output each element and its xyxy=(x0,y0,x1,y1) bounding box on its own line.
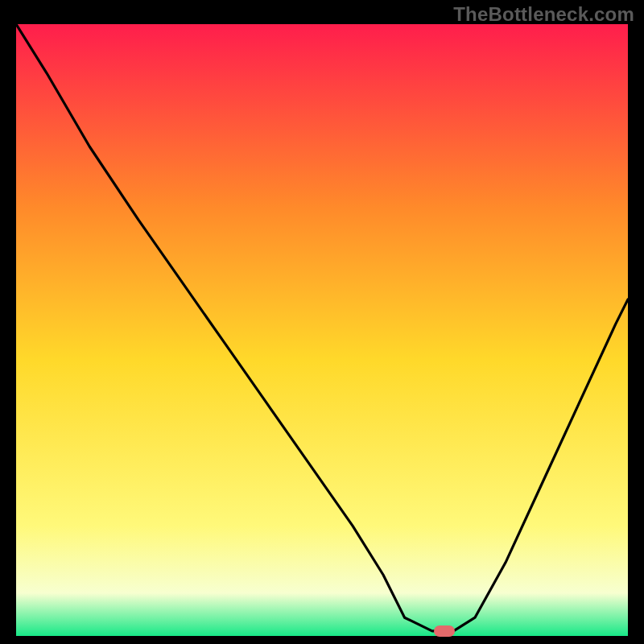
plot-area xyxy=(16,24,628,636)
stage: TheBottleneck.com xyxy=(0,0,644,644)
curve-layer xyxy=(16,24,628,636)
optimal-marker xyxy=(434,625,455,637)
bottleneck-curve xyxy=(16,24,628,631)
watermark-text: TheBottleneck.com xyxy=(453,3,634,26)
